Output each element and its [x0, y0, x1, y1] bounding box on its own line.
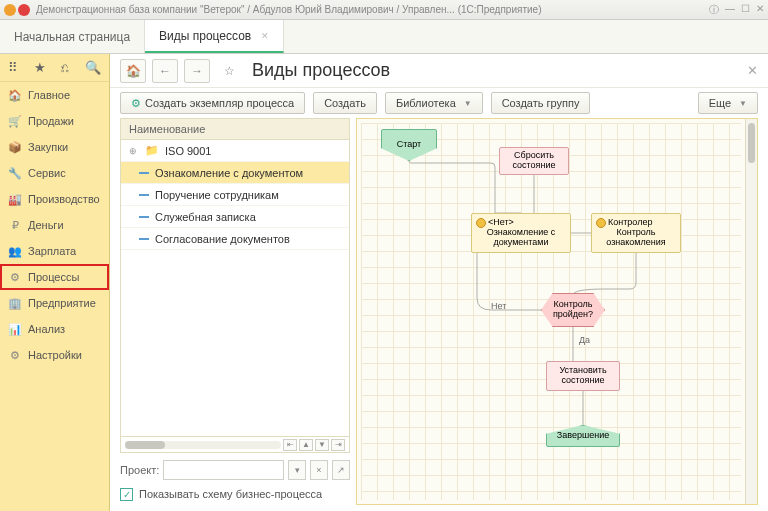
- sidebar-icon: 🛒: [8, 115, 22, 128]
- diagram-pane: Старт Сбросить состояние <Нет> Ознакомле…: [356, 118, 758, 505]
- checkbox-icon[interactable]: ✓: [120, 488, 133, 501]
- sidebar-item-3[interactable]: 🔧Сервис: [0, 160, 109, 186]
- tree-row-label: Служебная записка: [155, 211, 256, 223]
- sidebar-label: Анализ: [28, 323, 65, 335]
- node-set-state[interactable]: Установить состояние: [546, 361, 620, 391]
- project-dropdown[interactable]: ▾: [288, 460, 306, 480]
- scroll-down-btn[interactable]: ▼: [315, 439, 329, 451]
- node-end[interactable]: Завершение: [546, 425, 620, 447]
- close-icon[interactable]: ✕: [756, 3, 764, 17]
- sidebar-item-4[interactable]: 🏭Производство: [0, 186, 109, 212]
- node-controller[interactable]: Контролер Контроль ознакомления: [591, 213, 681, 253]
- toolbar: ⚙Создать экземпляр процесса Создать Библ…: [110, 88, 768, 118]
- sidebar-icon: 🔧: [8, 167, 22, 180]
- tree-row[interactable]: Служебная записка: [121, 206, 349, 228]
- project-label: Проект:: [120, 464, 159, 476]
- tree-row-label: Согласование документов: [155, 233, 290, 245]
- item-icon: [139, 172, 149, 174]
- create-button[interactable]: Создать: [313, 92, 377, 114]
- tree: ⊕ 📁 ISO 9001 Ознакомление с документомПо…: [120, 140, 350, 437]
- sidebar-item-10[interactable]: ⚙Настройки: [0, 342, 109, 368]
- page-header: 🏠 ← → ☆ Виды процессов ✕: [110, 54, 768, 88]
- item-icon: [139, 238, 149, 240]
- sidebar-label: Зарплата: [28, 245, 76, 257]
- sidebar-label: Сервис: [28, 167, 66, 179]
- tree-scroll: ⇤ ▲ ▼ ⇥: [120, 437, 350, 453]
- titlebar: Демонстрационная база компании "Ветерок"…: [0, 0, 768, 20]
- sidebar-label: Предприятие: [28, 297, 96, 309]
- library-button[interactable]: Библиотека▼: [385, 92, 483, 114]
- sidebar-item-6[interactable]: 👥Зарплата: [0, 238, 109, 264]
- sidebar-icon: ₽: [8, 219, 22, 232]
- diagram-vscroll[interactable]: [745, 119, 757, 504]
- sidebar-icon: ⚙: [8, 271, 22, 284]
- project-clear[interactable]: ×: [310, 460, 328, 480]
- sidebar-label: Производство: [28, 193, 100, 205]
- expand-icon[interactable]: ⊕: [129, 146, 139, 156]
- tree-row[interactable]: Согласование документов: [121, 228, 349, 250]
- create-group-button[interactable]: Создать группу: [491, 92, 591, 114]
- window-title: Демонстрационная база компании "Ветерок"…: [36, 4, 709, 15]
- search-icon[interactable]: 🔍: [85, 60, 101, 75]
- sidebar-icon: 📊: [8, 323, 22, 336]
- sidebar-icon: 🏠: [8, 89, 22, 102]
- hscroll-track[interactable]: [125, 441, 281, 449]
- history-icon[interactable]: ⎌: [61, 60, 69, 75]
- sidebar-toolbar: ⠿ ★ ⎌ 🔍: [0, 54, 109, 82]
- sidebar-item-1[interactable]: 🛒Продажи: [0, 108, 109, 134]
- node-reset[interactable]: Сбросить состояние: [499, 147, 569, 175]
- tab-start-page[interactable]: Начальная страница: [0, 20, 145, 53]
- page-close-icon[interactable]: ✕: [747, 63, 758, 78]
- sidebar-icon: ⚙: [8, 349, 22, 362]
- home-button[interactable]: 🏠: [120, 59, 146, 83]
- sidebar-label: Главное: [28, 89, 70, 101]
- sidebar-item-7[interactable]: ⚙Процессы: [0, 264, 109, 290]
- show-schema-row[interactable]: ✓ Показывать схему бизнес-процесса: [120, 483, 350, 505]
- tree-row-label: Ознакомление с документом: [155, 167, 303, 179]
- star-icon[interactable]: ★: [34, 60, 46, 75]
- sidebar-item-2[interactable]: 📦Закупки: [0, 134, 109, 160]
- label-no: Нет: [491, 301, 506, 311]
- favorite-icon[interactable]: ☆: [216, 59, 242, 83]
- more-button[interactable]: Еще▼: [698, 92, 758, 114]
- item-icon: [139, 216, 149, 218]
- back-button[interactable]: ←: [152, 59, 178, 83]
- create-instance-button[interactable]: ⚙Создать экземпляр процесса: [120, 92, 305, 114]
- sidebar-item-0[interactable]: 🏠Главное: [0, 82, 109, 108]
- tree-folder-label: ISO 9001: [165, 145, 211, 157]
- node-start[interactable]: Старт: [381, 129, 437, 161]
- sidebar-item-8[interactable]: 🏢Предприятие: [0, 290, 109, 316]
- apps-icon[interactable]: ⠿: [8, 60, 18, 75]
- show-schema-label: Показывать схему бизнес-процесса: [139, 488, 322, 500]
- tree-row[interactable]: Поручение сотрудникам: [121, 184, 349, 206]
- sidebar-icon: 🏭: [8, 193, 22, 206]
- sidebar-label: Настройки: [28, 349, 82, 361]
- node-review[interactable]: <Нет> Ознакомление с документами: [471, 213, 571, 253]
- item-icon: [139, 194, 149, 196]
- tab-close-icon[interactable]: ✕: [261, 31, 269, 41]
- diagram-canvas[interactable]: Старт Сбросить состояние <Нет> Ознакомле…: [361, 123, 741, 500]
- label-yes: Да: [579, 335, 590, 345]
- sidebar-icon: 📦: [8, 141, 22, 154]
- sidebar-label: Закупки: [28, 141, 68, 153]
- sidebar-item-5[interactable]: ₽Деньги: [0, 212, 109, 238]
- scroll-end-btn[interactable]: ⇤: [283, 439, 297, 451]
- maximize-icon[interactable]: ☐: [741, 3, 750, 17]
- node-decision[interactable]: Контроль пройден?: [541, 293, 605, 327]
- sidebar: ⠿ ★ ⎌ 🔍 🏠Главное🛒Продажи📦Закупки🔧Сервис🏭…: [0, 54, 110, 511]
- sidebar-icon: 🏢: [8, 297, 22, 310]
- person-icon: [596, 218, 606, 228]
- project-open[interactable]: ↗: [332, 460, 350, 480]
- scroll-end2-btn[interactable]: ⇥: [331, 439, 345, 451]
- sidebar-label: Продажи: [28, 115, 74, 127]
- tree-header[interactable]: Наименование: [120, 118, 350, 140]
- minimize-icon[interactable]: —: [725, 3, 735, 17]
- tree-folder[interactable]: ⊕ 📁 ISO 9001: [121, 140, 349, 162]
- forward-button[interactable]: →: [184, 59, 210, 83]
- tree-row[interactable]: Ознакомление с документом: [121, 162, 349, 184]
- sidebar-item-9[interactable]: 📊Анализ: [0, 316, 109, 342]
- tab-process-types[interactable]: Виды процессов✕: [145, 20, 284, 53]
- project-input[interactable]: [163, 460, 284, 480]
- scroll-up-btn[interactable]: ▲: [299, 439, 313, 451]
- help-icon[interactable]: ⓘ: [709, 3, 719, 17]
